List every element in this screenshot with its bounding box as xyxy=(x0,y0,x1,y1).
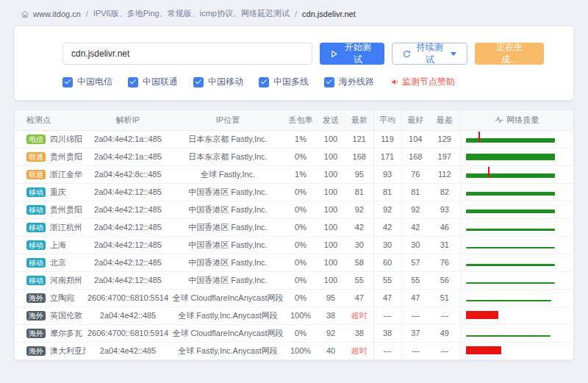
breadcrumb-separator: / xyxy=(86,10,88,18)
check-icon xyxy=(129,78,135,84)
best-latency: 55 xyxy=(401,271,429,289)
latest-latency: 92 xyxy=(345,201,373,218)
quality-cell xyxy=(460,289,573,307)
loss-rate: 0% xyxy=(285,148,316,165)
resolved-ip: 2a04:4e42:12::485 xyxy=(85,183,171,201)
worst-latency: 46 xyxy=(429,218,460,236)
header-quality: 网络质量 xyxy=(460,110,573,130)
loss-rate: 1% xyxy=(285,130,316,148)
worst-latency: 197 xyxy=(429,148,460,165)
table-row: 海外澳大利亚悉尼 2a04:4e42::485 全球 Fastly,Inc.An… xyxy=(15,342,573,359)
filter-checkbox-mobile[interactable]: 中国移动 xyxy=(193,76,243,88)
header-resolved-ip: 解析IP xyxy=(85,110,171,130)
quality-cell xyxy=(460,130,573,148)
sponsor-link[interactable]: 监测节点赞助 xyxy=(391,76,455,88)
quality-bar xyxy=(466,300,552,301)
latency-spike xyxy=(478,132,480,143)
ip-location: 中国香港区 Fastly,Inc. xyxy=(171,201,285,218)
ip-location: 全球 Fastly,Inc.Anycast网段 xyxy=(171,342,285,359)
sent-count: 100 xyxy=(316,183,345,201)
loss-rate: 0% xyxy=(285,254,316,271)
host-input[interactable] xyxy=(62,43,312,65)
filter-checkbox-telecom[interactable]: 中国电信 xyxy=(62,76,112,88)
sent-count: 100 xyxy=(316,130,345,148)
loss-rate: 0% xyxy=(285,271,316,289)
refresh-icon xyxy=(403,50,411,58)
quality-cell xyxy=(460,165,573,183)
ip-location: 中国香港区 Fastly,Inc. xyxy=(171,271,285,289)
continuous-test-button[interactable]: 持续测试 xyxy=(392,43,467,65)
resolved-ip: 2a04:4e42:12::485 xyxy=(85,271,171,289)
header-quality-label: 网络质量 xyxy=(506,115,539,126)
breadcrumb: www.itdog.cn / IPV6版、多地Ping、常规版、icmp协议、网… xyxy=(0,0,588,19)
sent-count: 38 xyxy=(316,307,345,324)
best-latency: 57 xyxy=(401,254,429,271)
quality-cell xyxy=(460,236,573,254)
filter-checkbox-multiline[interactable]: 中国多线 xyxy=(259,76,309,88)
latest-latency: 95 xyxy=(345,165,373,183)
start-test-button[interactable]: 开始测试 xyxy=(320,43,384,65)
quality-cell xyxy=(460,148,573,165)
ip-location: 中国香港区 Fastly,Inc. xyxy=(171,236,285,254)
sent-count: 100 xyxy=(316,218,345,236)
breadcrumb-site[interactable]: www.itdog.cn xyxy=(33,10,81,18)
ip-location: 全球 CloudflareIncAnycast网段 xyxy=(171,324,285,342)
node-name: 四川绵阳 xyxy=(50,135,82,143)
table-row: 海外立陶宛 2606:4700::6810:5514 全球 Cloudflare… xyxy=(15,289,573,307)
average-latency: 92 xyxy=(373,201,401,218)
carrier-badge: 移动 xyxy=(26,240,46,251)
worst-latency: 93 xyxy=(429,201,460,218)
worst-latency: 129 xyxy=(429,130,460,148)
quality-sparkline xyxy=(466,326,556,340)
latest-latency: 55 xyxy=(345,271,373,289)
latest-latency: 超时 xyxy=(345,307,373,324)
checkbox-checked-icon[interactable] xyxy=(62,77,73,87)
filter-checkbox-unicom[interactable]: 中国联通 xyxy=(128,76,178,88)
node-cell: 联通贵州贵阳 xyxy=(15,148,85,165)
average-latency: 47 xyxy=(373,289,401,307)
quality-cell xyxy=(460,254,573,271)
carrier-badge: 海外 xyxy=(26,329,46,339)
latest-latency: 121 xyxy=(345,130,373,148)
node-cell: 移动河南郑州 xyxy=(15,271,85,289)
quality-sparkline xyxy=(466,221,556,234)
node-cell: 联通浙江金华 xyxy=(15,165,85,183)
quality-bar xyxy=(466,154,556,160)
quality-sparkline xyxy=(466,256,556,269)
check-icon xyxy=(64,78,70,84)
filter-checkbox-overseas[interactable]: 海外线路 xyxy=(324,76,374,88)
carrier-badge: 海外 xyxy=(26,311,46,321)
quality-sparkline xyxy=(466,273,556,287)
loss-rate: 0% xyxy=(285,289,316,307)
checkbox-checked-icon[interactable] xyxy=(259,77,269,87)
node-cell: 移动贵州贵阳 xyxy=(15,201,85,218)
resolved-ip: 2a04:4e42::485 xyxy=(85,342,171,359)
test-control-card: 开始测试 持续测试 正在生成... 中国电信 中国联通 中国移动 中国多线 xyxy=(15,26,573,100)
table-row: 海外摩尔多瓦 2606:4700::6810:5914 全球 Cloudflar… xyxy=(15,324,573,342)
resolved-ip: 2a04:4e42::485 xyxy=(85,307,171,324)
table-row: 移动上海 2a04:4e42:12::485 中国香港区 Fastly,Inc.… xyxy=(15,236,573,254)
checkbox-checked-icon[interactable] xyxy=(324,77,334,87)
checkbox-checked-icon[interactable] xyxy=(128,77,138,87)
breadcrumb-section[interactable]: IPV6版、多地Ping、常规版、icmp协议、网络延迟测试 xyxy=(93,8,290,19)
table-row: 电信四川绵阳 2a04:4e42:1a::485 日本东京都 Fastly,In… xyxy=(15,130,573,148)
quality-cell xyxy=(460,183,573,201)
average-latency: 171 xyxy=(373,148,401,165)
speaker-icon xyxy=(391,78,399,86)
sent-count: 100 xyxy=(316,254,345,271)
ip-location: 日本东京都 Fastly,Inc. xyxy=(171,130,285,148)
node-cell: 海外澳大利亚悉尼 xyxy=(15,342,85,359)
header-sent: 发送 xyxy=(316,110,345,130)
ip-location: 全球 Fastly,Inc. xyxy=(171,165,285,183)
latest-latency: 58 xyxy=(345,254,373,271)
checkbox-checked-icon[interactable] xyxy=(193,77,204,87)
best-latency: --- xyxy=(401,307,429,324)
node-name: 摩尔多瓦 xyxy=(50,329,82,337)
resolved-ip: 2a04:4e42:1a::485 xyxy=(85,148,171,165)
latest-latency: 81 xyxy=(345,183,373,201)
carrier-badge: 联通 xyxy=(26,152,46,162)
latency-spike xyxy=(488,167,490,178)
loss-rate: 0% xyxy=(285,236,316,254)
quality-sparkline xyxy=(466,344,556,357)
toolbar: 开始测试 持续测试 正在生成... xyxy=(62,43,544,65)
